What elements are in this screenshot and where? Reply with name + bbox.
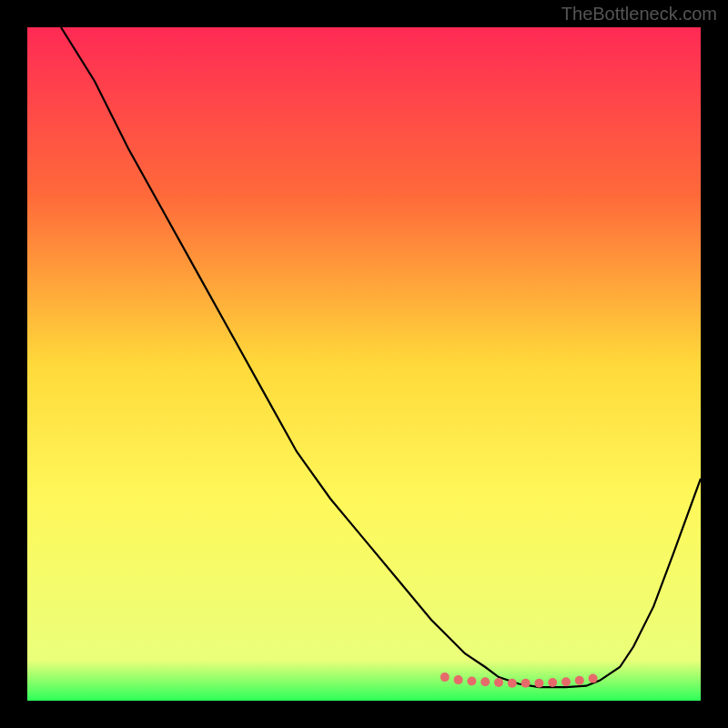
highlight-dot (534, 679, 543, 688)
highlight-dot (454, 675, 463, 684)
chart-plot-area (27, 27, 701, 701)
watermark-text: TheBottleneck.com (561, 4, 717, 25)
highlight-dot (521, 679, 531, 688)
highlight-dot (467, 677, 476, 686)
chart-svg (27, 27, 701, 701)
highlight-dot (561, 677, 571, 686)
chart-background (27, 27, 701, 701)
highlight-dot (480, 677, 490, 686)
highlight-dot (440, 672, 450, 682)
highlight-dot (508, 679, 517, 688)
highlight-dot (494, 678, 503, 687)
highlight-dot (575, 676, 584, 685)
highlight-dot (548, 678, 557, 687)
highlight-dot (589, 674, 598, 683)
